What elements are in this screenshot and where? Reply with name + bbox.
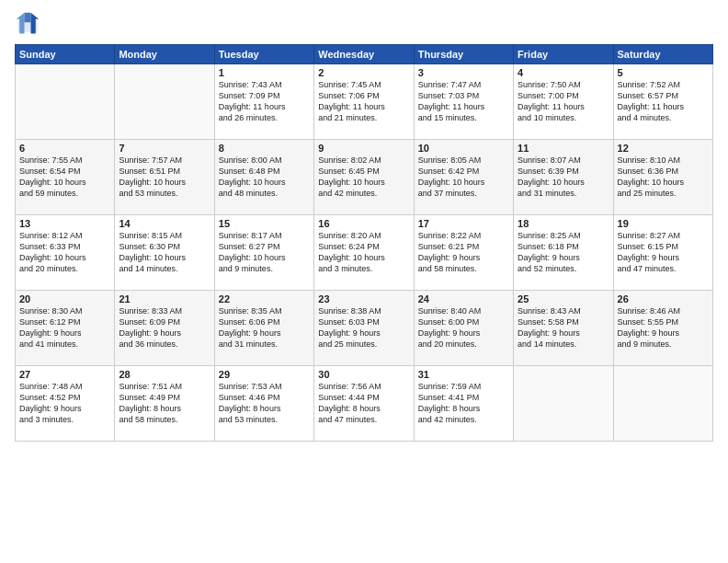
day-number: 25	[518, 293, 609, 304]
day-info: Sunrise: 8:25 AM Sunset: 6:18 PM Dayligh…	[518, 230, 609, 275]
weekday-header: Friday	[514, 45, 613, 64]
day-number: 18	[518, 218, 609, 229]
calendar-cell: 22Sunrise: 8:35 AM Sunset: 6:06 PM Dayli…	[214, 291, 313, 366]
calendar-cell: 29Sunrise: 7:53 AM Sunset: 4:46 PM Dayli…	[214, 366, 313, 442]
day-info: Sunrise: 7:45 AM Sunset: 7:06 PM Dayligh…	[318, 79, 409, 124]
day-info: Sunrise: 7:48 AM Sunset: 4:52 PM Dayligh…	[19, 381, 110, 426]
calendar-cell: 26Sunrise: 8:46 AM Sunset: 5:55 PM Dayli…	[613, 291, 712, 366]
day-info: Sunrise: 7:50 AM Sunset: 7:00 PM Dayligh…	[518, 79, 609, 124]
calendar-cell: 14Sunrise: 8:15 AM Sunset: 6:30 PM Dayli…	[115, 215, 214, 291]
day-info: Sunrise: 8:10 AM Sunset: 6:36 PM Dayligh…	[618, 155, 709, 200]
calendar-cell: 24Sunrise: 8:40 AM Sunset: 6:00 PM Dayli…	[414, 291, 513, 366]
calendar-week-row: 6Sunrise: 7:55 AM Sunset: 6:54 PM Daylig…	[16, 140, 713, 215]
day-info: Sunrise: 8:12 AM Sunset: 6:33 PM Dayligh…	[19, 230, 110, 275]
weekday-header: Wednesday	[314, 45, 414, 64]
calendar-week-row: 20Sunrise: 8:30 AM Sunset: 6:12 PM Dayli…	[16, 291, 713, 366]
day-number: 31	[418, 369, 509, 380]
day-info: Sunrise: 7:53 AM Sunset: 4:46 PM Dayligh…	[219, 381, 310, 426]
day-info: Sunrise: 8:07 AM Sunset: 6:39 PM Dayligh…	[518, 155, 609, 200]
calendar-cell: 27Sunrise: 7:48 AM Sunset: 4:52 PM Dayli…	[16, 366, 115, 442]
day-number: 11	[518, 143, 609, 154]
day-number: 9	[318, 143, 409, 154]
logo-icon	[15, 11, 40, 37]
svg-marker-2	[17, 13, 25, 34]
calendar-cell: 16Sunrise: 8:20 AM Sunset: 6:24 PM Dayli…	[314, 215, 414, 291]
day-info: Sunrise: 8:15 AM Sunset: 6:30 PM Dayligh…	[119, 230, 210, 275]
day-number: 14	[119, 218, 210, 229]
calendar-cell: 9Sunrise: 8:02 AM Sunset: 6:45 PM Daylig…	[314, 140, 414, 215]
calendar-cell: 17Sunrise: 8:22 AM Sunset: 6:21 PM Dayli…	[414, 215, 513, 291]
day-info: Sunrise: 8:35 AM Sunset: 6:06 PM Dayligh…	[219, 305, 310, 350]
day-number: 21	[119, 293, 210, 304]
svg-marker-3	[25, 13, 31, 23]
weekday-header: Tuesday	[214, 45, 313, 64]
calendar-header-row: SundayMondayTuesdayWednesdayThursdayFrid…	[16, 45, 713, 64]
calendar-cell: 13Sunrise: 8:12 AM Sunset: 6:33 PM Dayli…	[16, 215, 115, 291]
calendar-cell: 31Sunrise: 7:59 AM Sunset: 4:41 PM Dayli…	[414, 366, 513, 442]
calendar-cell: 21Sunrise: 8:33 AM Sunset: 6:09 PM Dayli…	[115, 291, 214, 366]
calendar-table: SundayMondayTuesdayWednesdayThursdayFrid…	[15, 44, 713, 442]
calendar-week-row: 27Sunrise: 7:48 AM Sunset: 4:52 PM Dayli…	[16, 366, 713, 442]
day-info: Sunrise: 8:33 AM Sunset: 6:09 PM Dayligh…	[119, 305, 210, 350]
day-number: 5	[618, 67, 709, 78]
weekday-header: Saturday	[613, 45, 712, 64]
day-number: 2	[318, 67, 409, 78]
calendar-cell: 18Sunrise: 8:25 AM Sunset: 6:18 PM Dayli…	[514, 215, 613, 291]
day-number: 19	[618, 218, 709, 229]
calendar-cell	[115, 64, 214, 140]
day-info: Sunrise: 8:46 AM Sunset: 5:55 PM Dayligh…	[618, 305, 709, 350]
day-info: Sunrise: 8:30 AM Sunset: 6:12 PM Dayligh…	[19, 305, 110, 350]
calendar-cell	[514, 366, 613, 442]
calendar-cell: 5Sunrise: 7:52 AM Sunset: 6:57 PM Daylig…	[613, 64, 712, 140]
calendar-cell: 3Sunrise: 7:47 AM Sunset: 7:03 PM Daylig…	[414, 64, 513, 140]
calendar-week-row: 1Sunrise: 7:43 AM Sunset: 7:09 PM Daylig…	[16, 64, 713, 140]
day-number: 17	[418, 218, 509, 229]
calendar-cell: 20Sunrise: 8:30 AM Sunset: 6:12 PM Dayli…	[16, 291, 115, 366]
day-number: 10	[418, 143, 509, 154]
day-info: Sunrise: 8:05 AM Sunset: 6:42 PM Dayligh…	[418, 155, 509, 200]
day-number: 23	[318, 293, 409, 304]
calendar-cell: 7Sunrise: 7:57 AM Sunset: 6:51 PM Daylig…	[115, 140, 214, 215]
day-info: Sunrise: 8:22 AM Sunset: 6:21 PM Dayligh…	[418, 230, 509, 275]
calendar-cell: 6Sunrise: 7:55 AM Sunset: 6:54 PM Daylig…	[16, 140, 115, 215]
day-info: Sunrise: 7:56 AM Sunset: 4:44 PM Dayligh…	[318, 381, 409, 426]
day-number: 3	[418, 67, 509, 78]
day-number: 22	[219, 293, 310, 304]
day-info: Sunrise: 8:40 AM Sunset: 6:00 PM Dayligh…	[418, 305, 509, 350]
calendar-cell: 23Sunrise: 8:38 AM Sunset: 6:03 PM Dayli…	[314, 291, 414, 366]
day-info: Sunrise: 8:17 AM Sunset: 6:27 PM Dayligh…	[219, 230, 310, 275]
day-number: 26	[618, 293, 709, 304]
day-number: 28	[119, 369, 210, 380]
day-info: Sunrise: 8:20 AM Sunset: 6:24 PM Dayligh…	[318, 230, 409, 275]
day-number: 7	[119, 143, 210, 154]
day-info: Sunrise: 7:59 AM Sunset: 4:41 PM Dayligh…	[418, 381, 509, 426]
day-info: Sunrise: 8:00 AM Sunset: 6:48 PM Dayligh…	[219, 155, 310, 200]
day-info: Sunrise: 7:51 AM Sunset: 4:49 PM Dayligh…	[119, 381, 210, 426]
day-info: Sunrise: 8:43 AM Sunset: 5:58 PM Dayligh…	[518, 305, 609, 350]
calendar-cell: 30Sunrise: 7:56 AM Sunset: 4:44 PM Dayli…	[314, 366, 414, 442]
day-number: 30	[318, 369, 409, 380]
calendar-cell: 12Sunrise: 8:10 AM Sunset: 6:36 PM Dayli…	[613, 140, 712, 215]
day-info: Sunrise: 8:02 AM Sunset: 6:45 PM Dayligh…	[318, 155, 409, 200]
page-header	[15, 11, 713, 37]
day-info: Sunrise: 7:52 AM Sunset: 6:57 PM Dayligh…	[618, 79, 709, 124]
day-info: Sunrise: 7:57 AM Sunset: 6:51 PM Dayligh…	[119, 155, 210, 200]
calendar-cell: 1Sunrise: 7:43 AM Sunset: 7:09 PM Daylig…	[214, 64, 313, 140]
day-info: Sunrise: 7:55 AM Sunset: 6:54 PM Dayligh…	[19, 155, 110, 200]
day-number: 20	[19, 293, 110, 304]
day-number: 15	[219, 218, 310, 229]
calendar-cell	[16, 64, 115, 140]
calendar-cell: 4Sunrise: 7:50 AM Sunset: 7:00 PM Daylig…	[514, 64, 613, 140]
calendar-body: 1Sunrise: 7:43 AM Sunset: 7:09 PM Daylig…	[16, 64, 713, 442]
svg-marker-1	[31, 13, 40, 34]
day-number: 29	[219, 369, 310, 380]
day-number: 24	[418, 293, 509, 304]
calendar-cell: 2Sunrise: 7:45 AM Sunset: 7:06 PM Daylig…	[314, 64, 414, 140]
calendar-cell: 10Sunrise: 8:05 AM Sunset: 6:42 PM Dayli…	[414, 140, 513, 215]
logo	[15, 11, 44, 37]
day-number: 12	[618, 143, 709, 154]
calendar-cell: 25Sunrise: 8:43 AM Sunset: 5:58 PM Dayli…	[514, 291, 613, 366]
weekday-header: Monday	[115, 45, 214, 64]
calendar-cell: 11Sunrise: 8:07 AM Sunset: 6:39 PM Dayli…	[514, 140, 613, 215]
day-number: 4	[518, 67, 609, 78]
